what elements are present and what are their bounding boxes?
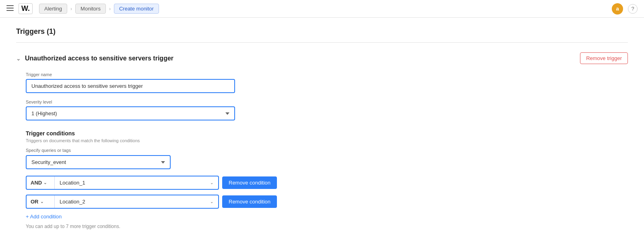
trigger-header: ⌄ Unauthorized access to sensitive serve… [16, 52, 628, 64]
conditions-subtitle: Triggers on documents that match the fol… [26, 138, 628, 143]
remove-condition-button-1[interactable]: Remove condition [222, 176, 277, 189]
avatar[interactable]: a [612, 3, 623, 15]
divider [16, 42, 628, 43]
operator-chevron-2: ⌄ [40, 199, 43, 204]
remove-trigger-button[interactable]: Remove trigger [580, 52, 628, 64]
trigger-name-input[interactable] [26, 79, 235, 93]
condition-value-label-2: Location_2 [60, 199, 85, 205]
more-conditions-text: You can add up to 7 more trigger conditi… [26, 224, 628, 229]
trigger-form-section: Trigger name Severity level 1 (Highest) … [26, 72, 235, 120]
svg-rect-0 [6, 5, 14, 6]
breadcrumb-alerting[interactable]: Alerting [39, 4, 67, 14]
topnav-right: a ? [612, 3, 638, 15]
condition-value-chevron-2: ⌄ [210, 199, 213, 204]
app-logo: W. [19, 3, 33, 14]
query-select[interactable]: Security_event All queries Tag: security [26, 155, 171, 169]
operator-label-1: AND [31, 180, 42, 186]
condition-operator-1[interactable]: AND ⌄ [27, 176, 55, 189]
condition-value-chevron-1: ⌄ [210, 180, 213, 185]
query-select-wrapper: Security_event All queries Tag: security [26, 155, 171, 169]
condition-box-1: AND ⌄ Location_1 ⌄ [26, 176, 219, 190]
remove-condition-button-2[interactable]: Remove condition [222, 195, 277, 208]
severity-select[interactable]: 1 (Highest) 2 (High) 3 (Medium) 4 (Low) … [26, 106, 235, 120]
svg-rect-2 [6, 10, 14, 11]
condition-value-1[interactable]: Location_1 ⌄ [55, 176, 218, 189]
trigger-title-row: ⌄ Unauthorized access to sensitive serve… [16, 55, 173, 62]
main-content: Triggers (1) ⌄ Unauthorized access to se… [0, 18, 644, 251]
operator-label-2: OR [31, 199, 39, 205]
help-icon[interactable]: ? [628, 4, 638, 14]
trigger-conditions-section: Trigger conditions Triggers on documents… [26, 130, 628, 229]
breadcrumb-monitors[interactable]: Monitors [75, 4, 106, 14]
severity-level-group: Severity level 1 (Highest) 2 (High) 3 (M… [26, 100, 235, 120]
collapse-arrow-icon[interactable]: ⌄ [16, 55, 21, 62]
query-label: Specify queries or tags [26, 148, 628, 153]
breadcrumb-create-monitor[interactable]: Create monitor [114, 4, 159, 14]
content-area: Triggers (1) ⌄ Unauthorized access to se… [0, 18, 644, 239]
breadcrumb-sep-2: › [109, 6, 111, 12]
trigger-name-group: Trigger name [26, 72, 235, 93]
condition-operator-2[interactable]: OR ⌄ [27, 195, 55, 208]
operator-chevron-1: ⌄ [43, 180, 47, 185]
trigger-name-label: Trigger name [26, 72, 235, 77]
condition-row-2: OR ⌄ Location_2 ⌄ Remove condition [26, 195, 628, 209]
trigger-title: Unauthorized access to sensitive servers… [25, 55, 173, 62]
condition-row-1: AND ⌄ Location_1 ⌄ Remove condition [26, 176, 628, 190]
conditions-title: Trigger conditions [26, 130, 628, 137]
breadcrumb-sep-1: › [70, 6, 72, 12]
page-title: Triggers (1) [16, 27, 628, 36]
condition-value-label-1: Location_1 [60, 180, 85, 186]
top-navigation: W. Alerting › Monitors › Create monitor … [0, 0, 644, 18]
add-condition-link[interactable]: + Add condition [26, 214, 62, 220]
svg-rect-1 [6, 8, 14, 8]
severity-label: Severity level [26, 100, 235, 104]
condition-value-2[interactable]: Location_2 ⌄ [55, 195, 218, 208]
condition-box-2: OR ⌄ Location_2 ⌄ [26, 195, 219, 209]
menu-icon[interactable] [6, 4, 14, 13]
